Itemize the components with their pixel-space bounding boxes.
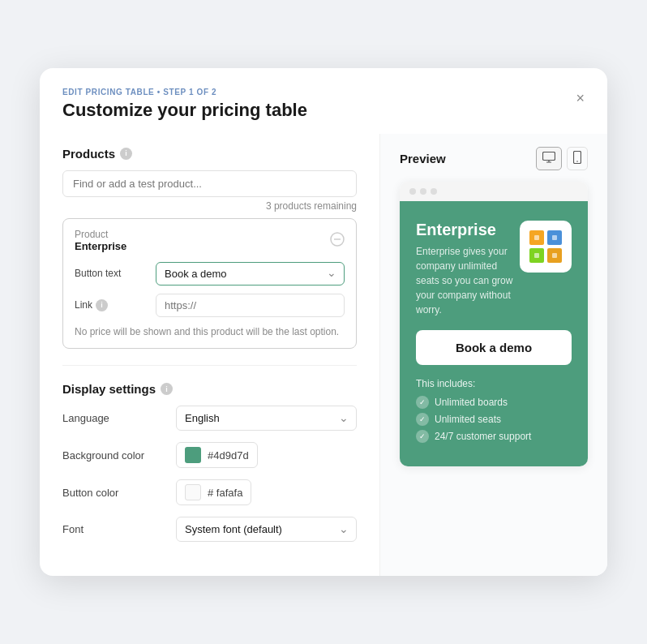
feature-text-1: Unlimited boards — [435, 397, 508, 408]
modal-body: Products i 3 products remaining Product … — [40, 134, 607, 577]
font-field-row: Font System font (default) Inter Roboto — [62, 517, 357, 542]
link-info-icon[interactable]: i — [96, 299, 108, 311]
bg-color-picker[interactable]: #4d9d7d — [176, 442, 258, 468]
language-select-wrapper: English French German Spanish — [176, 406, 357, 431]
preview-cta-button[interactable]: Book a demo — [416, 330, 572, 365]
product-note: No price will be shown and this product … — [75, 325, 345, 339]
product-col-value: Enterprise — [75, 240, 126, 252]
products-heading-text: Products — [62, 147, 115, 161]
button-color-picker[interactable]: # fafafa — [176, 479, 251, 505]
mobile-view-button[interactable] — [567, 147, 588, 170]
preview-logo — [520, 221, 572, 273]
preview-title: Preview — [400, 152, 446, 165]
bg-color-label: Background color — [62, 449, 168, 462]
button-color-field-row: Button color # fafafa — [62, 479, 357, 505]
browser-dot-1 — [409, 188, 416, 195]
link-input[interactable] — [156, 294, 345, 317]
preview-product-desc: Enterprise gives your company unlimited … — [416, 244, 520, 317]
product-header-left: Product Enterprise — [75, 229, 126, 252]
language-field-row: Language English French German Spanish — [62, 406, 357, 431]
display-settings-heading-text: Display settings — [62, 382, 156, 396]
bg-color-field-row: Background color #4d9d7d — [62, 442, 357, 468]
font-select[interactable]: System font (default) Inter Roboto — [176, 517, 357, 542]
button-color-swatch — [185, 484, 201, 500]
button-text-label: Button text — [75, 268, 148, 279]
font-label: Font — [62, 523, 168, 535]
preview-feature-1: ✓ Unlimited boards — [416, 396, 572, 409]
font-select-wrapper: System font (default) Inter Roboto — [176, 517, 357, 542]
display-settings-info-icon[interactable]: i — [161, 383, 173, 395]
language-select[interactable]: English French German Spanish — [176, 406, 357, 431]
preview-feature-2: ✓ Unlimited seats — [416, 413, 572, 426]
modal-header: EDIT PRICING TABLE • STEP 1 OF 2 Customi… — [40, 68, 607, 134]
check-icon-1: ✓ — [416, 396, 429, 409]
button-text-field-row: Button text Book a demo Subscribe Get st… — [75, 262, 345, 286]
close-button[interactable]: × — [572, 88, 588, 109]
products-remaining: 3 products remaining — [62, 200, 357, 212]
language-label: Language — [62, 412, 168, 424]
svg-rect-14 — [552, 253, 557, 258]
button-color-label: Button color — [62, 487, 168, 499]
preview-content: Enterprise Enterprise gives your company… — [400, 201, 588, 466]
bg-color-swatch — [185, 447, 201, 463]
svg-rect-2 — [543, 152, 555, 160]
display-settings-heading: Display settings i — [62, 382, 357, 396]
display-settings: Display settings i Language English Fren… — [62, 382, 357, 542]
bg-color-value: #4d9d7d — [208, 449, 249, 462]
browser-dot-3 — [431, 188, 437, 195]
button-color-value: # fafafa — [208, 487, 242, 499]
check-icon-3: ✓ — [416, 430, 429, 443]
preview-header: Preview — [400, 147, 588, 170]
preview-product-header: Enterprise Enterprise gives your company… — [416, 221, 572, 317]
check-icon-2: ✓ — [416, 413, 429, 426]
svg-rect-11 — [534, 235, 539, 240]
svg-rect-13 — [534, 253, 539, 258]
products-info-icon[interactable]: i — [120, 148, 132, 160]
feature-text-3: 24/7 customer support — [435, 431, 531, 442]
preview-card: Enterprise Enterprise gives your company… — [416, 221, 572, 443]
preview-product-name: Enterprise — [416, 221, 520, 239]
button-text-select-wrapper: Book a demo Subscribe Get started Contac… — [156, 262, 345, 286]
product-col-label: Product — [75, 229, 126, 240]
svg-rect-12 — [552, 235, 557, 240]
device-toggle — [536, 147, 588, 170]
link-field-row: Link i — [75, 294, 345, 317]
modal-title: Customize your pricing table — [62, 100, 585, 121]
feature-text-2: Unlimited seats — [435, 414, 501, 425]
product-card-header: Product Enterprise — [75, 229, 345, 252]
button-text-select[interactable]: Book a demo Subscribe Get started Contac… — [156, 262, 345, 286]
preview-browser: Enterprise Enterprise gives your company… — [400, 182, 588, 466]
preview-includes-label: This includes: — [416, 378, 572, 389]
right-panel: Preview — [380, 134, 607, 577]
preview-feature-3: ✓ 24/7 customer support — [416, 430, 572, 443]
browser-bar — [400, 182, 588, 201]
step-label: EDIT PRICING TABLE • STEP 1 OF 2 — [62, 88, 585, 97]
browser-dot-2 — [420, 188, 426, 195]
product-search-input[interactable] — [62, 170, 357, 197]
svg-point-6 — [576, 161, 578, 162]
preview-product-info: Enterprise Enterprise gives your company… — [416, 221, 520, 317]
desktop-view-button[interactable] — [536, 147, 562, 170]
link-label: Link — [75, 299, 92, 311]
product-card: Product Enterprise Button text — [62, 218, 357, 350]
products-heading: Products i — [62, 147, 357, 161]
divider — [62, 365, 357, 366]
main-modal: EDIT PRICING TABLE • STEP 1 OF 2 Customi… — [40, 68, 607, 577]
remove-product-button[interactable] — [330, 232, 345, 249]
left-panel: Products i 3 products remaining Product … — [40, 134, 380, 577]
